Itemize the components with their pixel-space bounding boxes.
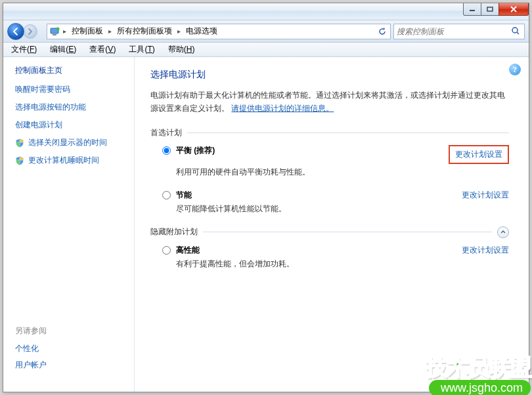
window-buttons: [463, 3, 529, 16]
search-icon[interactable]: [511, 26, 521, 37]
refresh-icon[interactable]: [376, 25, 389, 38]
address-bar-row: ▸ 控制面板 ▸ 所有控制面板项 ▸ 电源选项: [3, 20, 529, 43]
svg-line-6: [517, 32, 519, 34]
change-plan-settings-link[interactable]: 更改计划设置: [449, 145, 509, 164]
breadcrumb-item-1[interactable]: 所有控制面板项: [114, 26, 175, 37]
maximize-button[interactable]: [481, 3, 499, 16]
change-plan-settings-link[interactable]: 更改计划设置: [462, 190, 509, 201]
breadcrumb-separator: ▸: [176, 28, 182, 35]
breadcrumb-item-2[interactable]: 电源选项: [183, 26, 220, 37]
chevron-up-icon: [500, 229, 506, 236]
plan-radio-balanced[interactable]: [162, 146, 171, 155]
sidebar-link-sleep[interactable]: 更改计算机睡眠时间: [15, 155, 134, 166]
plan-desc: 有利于提高性能，但会增加功耗。: [176, 259, 509, 270]
plan-radio-high-perf[interactable]: [162, 246, 171, 255]
control-panel-home-link[interactable]: 控制面板主页: [15, 65, 134, 76]
forward-button[interactable]: [23, 24, 37, 39]
minimize-button[interactable]: [463, 3, 481, 16]
plan-name: 节能: [176, 190, 192, 201]
menu-tools[interactable]: 工具(T): [125, 43, 158, 56]
sidebar-link-password[interactable]: 唤醒时需要密码: [15, 84, 134, 95]
window-frame: ▸ 控制面板 ▸ 所有控制面板项 ▸ 电源选项 文件(F) 编辑(E) 查看(V…: [3, 3, 529, 392]
content: ? 选择电源计划 电源计划有助于最大化计算机的性能或者节能。通过选择计划来将其激…: [135, 57, 529, 392]
menubar: 文件(F) 编辑(E) 查看(V) 工具(T) 帮助(H): [3, 43, 529, 57]
collapse-toggle[interactable]: [497, 226, 509, 238]
section-preferred-plans: 首选计划: [150, 127, 509, 138]
titlebar: [3, 3, 529, 20]
page-title: 选择电源计划: [150, 69, 509, 81]
shield-icon: [15, 156, 24, 165]
svg-point-5: [512, 28, 518, 33]
sidebar-link-power-button[interactable]: 选择电源按钮的功能: [15, 102, 134, 113]
plan-desc: 利用可用的硬件自动平衡功耗与性能。: [176, 167, 509, 178]
section-hidden-plans: 隐藏附加计划: [150, 226, 509, 238]
breadcrumb[interactable]: ▸ 控制面板 ▸ 所有控制面板项 ▸ 电源选项: [47, 24, 391, 39]
see-also: 另请参阅 个性化 用户帐户: [15, 325, 134, 384]
menu-help[interactable]: 帮助(H): [164, 43, 199, 56]
learn-more-link[interactable]: 请提供电源计划的详细信息。: [231, 104, 334, 113]
back-button[interactable]: [7, 23, 24, 40]
plan-desc: 尽可能降低计算机性能以节能。: [176, 203, 509, 215]
plan-saver: 节能 更改计划设置 尽可能降低计算机性能以节能。: [162, 190, 509, 215]
sidebar-link-create-plan[interactable]: 创建电源计划: [15, 119, 134, 131]
svg-rect-0: [470, 10, 475, 11]
plan-radio-saver[interactable]: [162, 191, 171, 199]
page-description: 电源计划有助于最大化计算机的性能或者节能。通过选择计划来将其激活，或选择计划并通…: [150, 89, 509, 115]
svg-point-4: [56, 27, 60, 30]
body: 控制面板主页 唤醒时需要密码 选择电源按钮的功能 创建电源计划 选择关闭显示器的…: [3, 57, 529, 392]
menu-view[interactable]: 查看(V): [85, 43, 120, 56]
breadcrumb-separator: ▸: [62, 28, 68, 35]
see-also-title: 另请参阅: [15, 325, 134, 337]
help-icon[interactable]: ?: [509, 64, 521, 75]
plan-balanced: 平衡 (推荐) 更改计划设置 利用可用的硬件自动平衡功耗与性能。: [162, 145, 509, 178]
breadcrumb-item-0[interactable]: 控制面板: [69, 26, 106, 37]
search-box[interactable]: [393, 24, 525, 39]
sidebar: 控制面板主页 唤醒时需要密码 选择电源按钮的功能 创建电源计划 选择关闭显示器的…: [3, 57, 135, 392]
see-also-user-accounts[interactable]: 用户帐户: [15, 360, 134, 371]
menu-file[interactable]: 文件(F): [7, 43, 41, 56]
change-plan-settings-link[interactable]: 更改计划设置: [462, 245, 509, 256]
menu-edit[interactable]: 编辑(E): [46, 43, 80, 56]
plan-high-performance: 高性能 更改计划设置 有利于提高性能，但会增加功耗。: [162, 245, 509, 270]
shield-icon: [15, 138, 24, 148]
see-also-personalization[interactable]: 个性化: [15, 343, 134, 354]
svg-rect-1: [487, 7, 493, 11]
plan-name: 高性能: [176, 245, 200, 256]
control-panel-icon: [49, 26, 60, 37]
sidebar-link-display-off[interactable]: 选择关闭显示器的时间: [15, 137, 134, 148]
svg-rect-3: [53, 34, 56, 35]
close-button[interactable]: [499, 3, 529, 16]
plan-name: 平衡 (推荐): [176, 145, 215, 156]
search-input[interactable]: [397, 27, 511, 36]
nav-buttons: [7, 22, 44, 41]
breadcrumb-separator: ▸: [107, 28, 113, 35]
